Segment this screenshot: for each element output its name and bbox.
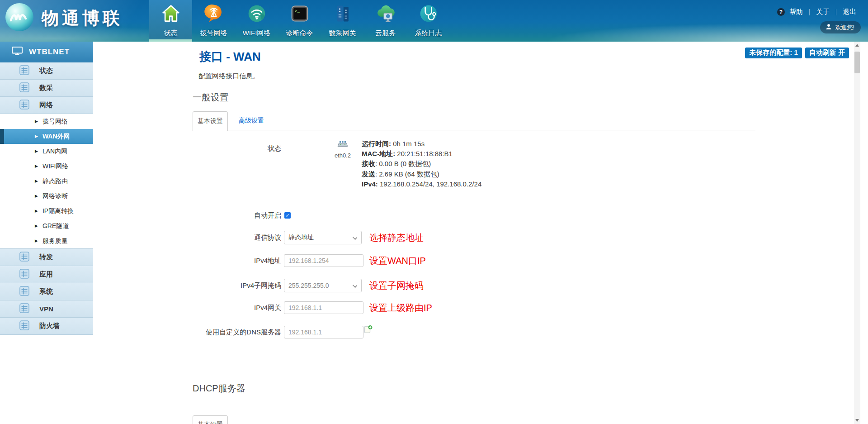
ipv4-address-label: IPv4地址 — [93, 257, 281, 265]
nav-label: 拨号网络 — [200, 29, 227, 42]
chevron-down-icon — [353, 235, 357, 240]
sidebar-subitem-wifi[interactable]: ▶ WIFI网络 — [0, 159, 93, 174]
unsaved-changes-badge[interactable]: 未保存的配置: 1 — [745, 48, 802, 58]
gateway-row: IPv4网关 设置上级路由IP — [93, 301, 771, 314]
sidebar-subitem-label: GRE隧道 — [42, 222, 69, 230]
triangle-right-icon: ▶ — [35, 239, 38, 243]
nav-item-dialup-network[interactable]: 拨号网络 — [192, 0, 235, 42]
protocol-select[interactable]: 静态地址 — [284, 231, 362, 244]
sidebar-subitem-wan[interactable]: ▶ WAN外网 — [0, 129, 93, 144]
nav-item-wifi-network[interactable]: WIFI网络 — [235, 0, 278, 42]
sidebar-item-system[interactable]: 系统 — [0, 283, 93, 300]
grid-icon — [19, 269, 29, 281]
stat-line-uptime: 运行时间: 0h 1m 15s — [362, 139, 481, 149]
sidebar-item-vpn[interactable]: VPN — [0, 300, 93, 318]
sidebar-subitem-static-routes[interactable]: ▶ 静态路由 — [0, 174, 93, 189]
sidebar-subitem-label: WIFI网络 — [42, 162, 69, 171]
autostart-label: 自动开启 — [93, 211, 281, 220]
interface-name: eth0.2 — [327, 152, 359, 159]
sidebar-subitem-label: LAN内网 — [42, 148, 67, 156]
dns-label: 使用自定义的DNS服务器 — [93, 328, 281, 337]
grid-icon — [19, 252, 29, 263]
grid-icon — [19, 65, 29, 77]
sidebar-item-label: VPN — [39, 305, 53, 313]
nav-item-diagnostic-command[interactable]: >_ 诊断命令 — [278, 0, 321, 42]
header: 物通博联 状态 — [0, 0, 868, 42]
interface-block: eth0.2 — [327, 140, 359, 159]
page-subtitle: 配置网络接口信息。 — [198, 72, 259, 81]
terminal-icon: >_ — [290, 3, 310, 26]
sidebar-subitem-lan[interactable]: ▶ LAN内网 — [0, 144, 93, 159]
logout-link[interactable]: 退出 — [841, 8, 858, 16]
sidebar-title: WTBLNET — [0, 42, 93, 62]
about-link[interactable]: 关于 — [814, 8, 831, 16]
nav-label: 云服务 — [375, 29, 396, 42]
dns-input[interactable] — [284, 326, 363, 338]
sidebar-subitem-dialup-network[interactable]: ▶ 拨号网络 — [0, 114, 93, 129]
sidebar-item-data-collect[interactable]: 数采 — [0, 80, 93, 97]
sidebar-item-firewall[interactable]: 防火墙 — [0, 318, 93, 335]
sidebar: WTBLNET 状态 数采 网络 ▶ 拨号网络 ▶ WAN外网 ▶ LA — [0, 42, 93, 424]
page-title: 接口 - WAN — [199, 49, 261, 65]
data-gateway-icon — [333, 3, 353, 26]
nav-item-data-gateway[interactable]: 数采网关 — [321, 0, 364, 42]
monitor-icon — [12, 47, 23, 57]
chevron-down-icon — [353, 283, 357, 288]
sidebar-subitem-label: 网络诊断 — [42, 192, 68, 200]
gateway-label: IPv4网关 — [93, 304, 281, 312]
nav-item-status[interactable]: 状态 — [149, 0, 192, 42]
sidebar-item-label: 转发 — [39, 253, 53, 262]
sidebar-subitem-label: 拨号网络 — [42, 118, 68, 126]
gateway-input[interactable] — [284, 301, 363, 314]
settings-tabbar: 基本设置 高级设置 — [193, 111, 755, 130]
nav-label: 数采网关 — [329, 29, 356, 42]
netmask-select-value: 255.255.255.0 — [288, 282, 329, 289]
nav-label: 诊断命令 — [286, 29, 313, 42]
sidebar-item-forwarding[interactable]: 转发 — [0, 249, 93, 266]
protocol-label: 通信协议 — [93, 233, 281, 242]
grid-icon — [19, 82, 29, 94]
triangle-right-icon: ▶ — [35, 134, 38, 138]
wifi-icon — [247, 3, 267, 26]
annotation-gateway: 设置上级路由IP — [369, 302, 432, 314]
triangle-up-icon — [855, 44, 859, 47]
sidebar-item-network[interactable]: 网络 — [0, 97, 93, 114]
scrollbar-up-arrow[interactable] — [854, 42, 860, 49]
nav-item-system-log[interactable]: 系统日志 — [407, 0, 450, 42]
nav-item-cloud-service[interactable]: 云服务 — [364, 0, 407, 42]
tab-basic-settings[interactable]: 基本设置 — [193, 111, 228, 131]
tab-advanced-settings[interactable]: 高级设置 — [234, 111, 269, 130]
status-label: 状态 — [93, 144, 281, 153]
add-icon[interactable] — [364, 325, 373, 335]
autostart-row: 自动开启 ✓ — [93, 211, 771, 220]
help-icon: ? — [777, 8, 785, 16]
netmask-select[interactable]: 255.255.255.0 — [284, 279, 362, 292]
sidebar-subitem-qos[interactable]: ▶ 服务质量 — [0, 233, 93, 248]
welcome-badge[interactable]: 欢迎您! — [820, 21, 861, 33]
sidebar-subitem-ip-isolation[interactable]: ▶ IP隔离转换 — [0, 204, 93, 219]
divider — [836, 9, 836, 15]
dhcp-tab-basic-settings[interactable]: 基本设置 — [193, 415, 228, 424]
triangle-right-icon: ▶ — [35, 194, 38, 198]
scrollbar-down-arrow[interactable] — [854, 417, 860, 424]
triangle-right-icon: ▶ — [35, 224, 38, 228]
triangle-right-icon: ▶ — [35, 164, 38, 168]
sidebar-subitem-gre-tunnel[interactable]: ▶ GRE隧道 — [0, 219, 93, 233]
cloud-service-icon — [375, 3, 396, 26]
autostart-checkbox[interactable]: ✓ — [284, 212, 291, 219]
router-admin-screen: 物通博联 状态 — [0, 0, 868, 424]
sidebar-title-text: WTBLNET — [29, 48, 70, 57]
sidebar-item-applications[interactable]: 应用 — [0, 266, 93, 283]
divider — [809, 9, 810, 15]
ipv4-address-input[interactable] — [284, 254, 363, 267]
dialup-network-icon — [204, 3, 224, 26]
sidebar-subitem-diagnostics[interactable]: ▶ 网络诊断 — [0, 189, 93, 204]
autorefresh-toggle-badge[interactable]: 自动刷新 开 — [805, 48, 849, 58]
help-link[interactable]: 帮助 — [788, 8, 805, 16]
logo-globe-icon — [5, 2, 34, 34]
interface-stats: 运行时间: 0h 1m 15s MAC-地址: 20:21:51:18:88:B… — [362, 139, 481, 189]
scrollbar-thumb[interactable] — [854, 52, 860, 73]
brand-name: 物通博联 — [42, 7, 123, 30]
sidebar-item-label: 应用 — [39, 270, 53, 279]
sidebar-item-status[interactable]: 状态 — [0, 62, 93, 80]
